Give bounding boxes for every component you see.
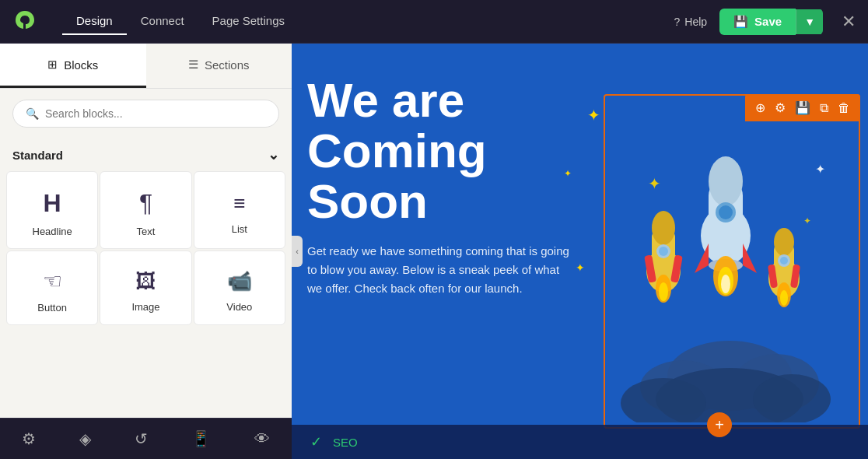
coming-soon-title: We are Coming Soon <box>307 75 572 226</box>
sidebar-tabs: ⊞ Blocks ☰ Sections <box>0 44 292 89</box>
save-element-button[interactable]: 💾 <box>791 97 814 118</box>
star-decoration-1: ✦ <box>587 106 600 124</box>
svg-point-14 <box>659 282 668 301</box>
settings-element-button[interactable]: ⚙ <box>771 97 789 118</box>
svg-point-19 <box>719 205 733 219</box>
coming-soon-content: We are Coming Soon Get ready we have som… <box>307 75 572 298</box>
svg-text:✦: ✦ <box>648 175 661 192</box>
text-icon: ¶ <box>139 189 152 218</box>
logo[interactable] <box>12 8 37 36</box>
save-button-group: 💾 Save ▼ <box>719 9 823 35</box>
layers-icon: ◈ <box>79 430 91 447</box>
video-label: Video <box>226 301 252 313</box>
svg-point-23 <box>721 275 730 293</box>
search-icon: 🔍 <box>26 107 39 120</box>
seo-label: SEO <box>333 436 358 449</box>
headline-label: Headline <box>33 226 72 237</box>
delete-element-button[interactable]: 🗑 <box>834 98 854 118</box>
help-button[interactable]: ? Help <box>674 16 708 28</box>
block-headline[interactable]: H Headline <box>6 171 98 249</box>
element-toolbar: ⊕ ⚙ 💾 ⧉ 🗑 <box>745 94 860 121</box>
canvas-area: ✦ ✦ ✦ We are Coming Soon Get ready we ha… <box>292 44 868 459</box>
device-icon: 📱 <box>191 430 211 447</box>
block-button[interactable]: ☜ Button <box>6 251 98 325</box>
add-icon: + <box>715 416 724 434</box>
block-video[interactable]: 📹 Video <box>194 251 285 325</box>
blocks-grid: H Headline ¶ Text ≡ List ☜ Button 🖼 Imag… <box>0 170 292 327</box>
layers-button[interactable]: ◈ <box>79 429 91 448</box>
button-label: Button <box>37 302 67 314</box>
duplicate-element-button[interactable]: ⧉ <box>816 98 832 118</box>
image-label: Image <box>131 301 159 313</box>
move-element-button[interactable]: ⊕ <box>751 97 769 118</box>
collapse-arrow-icon: ‹ <box>296 247 299 256</box>
rocket-illustration: ✦ ✦ ✦ <box>605 96 854 422</box>
save-dropdown-button[interactable]: ▼ <box>796 9 823 34</box>
history-button[interactable]: ↺ <box>135 429 148 448</box>
seo-checkmark-icon: ✓ <box>310 433 322 450</box>
top-navigation: Design Connect Page Settings ? Help 💾 Sa… <box>0 0 868 44</box>
help-icon: ? <box>674 16 681 28</box>
tab-blocks[interactable]: ⊞ Blocks <box>0 44 146 88</box>
nav-right: ? Help 💾 Save ▼ ✕ <box>674 9 856 35</box>
svg-point-30 <box>780 257 788 265</box>
block-text[interactable]: ¶ Text <box>100 171 191 249</box>
tab-sections[interactable]: ☰ Sections <box>146 44 292 88</box>
device-button[interactable]: 📱 <box>191 429 211 448</box>
coming-soon-description: Get ready we have something coming that … <box>307 242 572 298</box>
nav-tab-connect[interactable]: Connect <box>127 8 198 35</box>
search-box[interactable]: 🔍 <box>12 100 279 128</box>
svg-point-12 <box>659 247 668 256</box>
selected-section: ✦ ✦ ✦ <box>604 94 860 429</box>
close-button[interactable]: ✕ <box>842 12 856 32</box>
text-label: Text <box>137 226 156 237</box>
svg-text:✦: ✦ <box>815 163 825 176</box>
settings-button[interactable]: ⚙ <box>22 429 36 448</box>
collapse-icon[interactable]: ⌄ <box>268 146 279 163</box>
sidebar-collapse-handle[interactable]: ‹ <box>292 236 303 267</box>
settings-icon: ⚙ <box>22 430 36 447</box>
history-icon: ↺ <box>135 430 148 447</box>
preview-button[interactable]: 👁 <box>254 430 270 448</box>
preview-icon: 👁 <box>254 430 270 447</box>
sections-tab-icon: ☰ <box>188 58 198 72</box>
nav-tabs: Design Connect Page Settings <box>62 8 299 35</box>
list-icon: ≡ <box>233 191 245 215</box>
bottom-toolbar: ⚙ ◈ ↺ 📱 👁 <box>0 418 292 459</box>
block-list[interactable]: ≡ List <box>194 171 285 249</box>
save-icon: 💾 <box>733 15 748 29</box>
headline-icon: H <box>44 189 61 218</box>
svg-point-4 <box>753 374 831 422</box>
seo-bar[interactable]: ✓ SEO <box>292 425 868 459</box>
main-layout: ⊞ Blocks ☰ Sections 🔍 Standard ⌄ H <box>0 44 868 459</box>
blocks-tab-icon: ⊞ <box>47 58 58 72</box>
add-section-button[interactable]: + <box>707 412 732 437</box>
svg-point-32 <box>780 290 788 306</box>
svg-point-8 <box>652 211 675 245</box>
standard-section-label: Standard ⌄ <box>0 138 292 170</box>
nav-tab-design[interactable]: Design <box>62 8 127 35</box>
image-icon: 🖼 <box>135 269 156 293</box>
save-button[interactable]: 💾 Save <box>719 9 796 35</box>
video-icon: 📹 <box>227 269 252 293</box>
button-icon: ☜ <box>43 268 62 294</box>
block-image[interactable]: 🖼 Image <box>100 251 191 325</box>
help-label: Help <box>684 16 707 28</box>
svg-point-17 <box>709 156 743 206</box>
svg-point-26 <box>774 228 794 256</box>
nav-tab-page-settings[interactable]: Page Settings <box>198 8 299 35</box>
sidebar: ⊞ Blocks ☰ Sections 🔍 Standard ⌄ H <box>0 44 292 459</box>
list-label: List <box>232 223 247 235</box>
star-decoration-3: ✦ <box>576 261 585 274</box>
svg-text:✦: ✦ <box>803 215 811 226</box>
search-area: 🔍 <box>0 89 292 138</box>
search-input[interactable] <box>45 107 266 120</box>
